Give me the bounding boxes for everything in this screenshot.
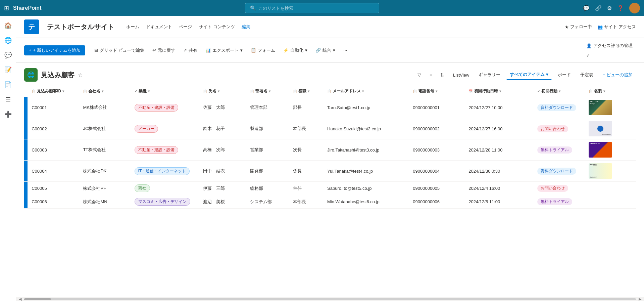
network-icon[interactable]: 🔗 [595,5,602,11]
integrate-button[interactable]: 🔗 統合 ▾ [312,45,339,55]
cell-action: お問い合わせ [533,182,585,195]
cell-date: 2024/12/30 0:30 [464,161,533,182]
list-icon: 🌐 [24,68,38,82]
site-nav-contents[interactable]: サイト コンテンツ [199,23,235,31]
top-nav-left: ⊞ SharePoint [4,4,41,12]
site-nav-edit[interactable]: 編集 [242,23,250,31]
cell-date: 2024/12/5 11:00 [464,195,533,209]
expand-icon: ⤢ [586,53,590,58]
col-header-dept[interactable]: 📋 部署名 ▾ [246,86,289,97]
sidebar-doc-icon[interactable]: 📄 [1,78,15,91]
row-indicator [24,139,28,161]
list-favorite-icon[interactable]: ☆ [78,72,83,78]
schedule-button[interactable]: 予定表 [577,70,597,80]
cell-action: 資料ダウンロード [533,97,585,118]
chat-icon[interactable]: 💬 [583,5,590,11]
cell-industry: マスコミ・広告・デザイン [131,195,199,209]
cell-phone: 09000000006 [409,195,464,209]
search-icon: 🔍 [250,5,256,11]
group-icon[interactable]: ≡ [426,70,436,80]
sidebar-add-icon[interactable]: ➕ [1,108,15,121]
col-header-company[interactable]: 📋 会社名 ▾ [79,86,130,97]
filter-bar: ▽ ≡ ⇅ [415,70,447,80]
sidebar-chat-icon[interactable]: 💬 [1,48,15,62]
site-nav-home[interactable]: ホーム [126,23,139,31]
manage-access-button[interactable]: 👤 アクセス許可の管理 [583,41,636,51]
col-header-card[interactable]: 📋 名刺 ▾ [585,86,636,97]
sidebar-globe-icon[interactable]: 🌐 [1,34,15,47]
table-row[interactable]: C00003 TT株式会社 不動産・建設・設備 髙橋 次郎 営業部 次長 Jir… [24,139,636,161]
board-button[interactable]: ボード [554,70,574,80]
search-box[interactable]: 🔍 [245,3,379,13]
top-nav-right: 💬 🔗 ⚙ ❓ [583,3,640,13]
sort-icon[interactable]: ⇅ [438,70,447,80]
form-button[interactable]: 📋 フォーム [247,45,279,55]
cell-name: 髙橋 次郎 [199,139,246,161]
automate-button[interactable]: ⚡ 自動化 ▾ [280,45,311,55]
expand-button[interactable]: ⤢ [583,51,593,60]
col-header-id[interactable]: 📋 見込み顧客ID ▾ [28,86,79,97]
col-header-action[interactable]: ✓ 初回行動 ▾ [533,86,585,97]
col-header-phone[interactable]: 📋 電話番号 ▾ [409,86,464,97]
col-header-role[interactable]: 📋 役職 ▾ [289,86,323,97]
add-item-button[interactable]: + + 新しいアイテムを追加 [24,45,85,55]
col-header-email[interactable]: 📋 メールアドレス ▾ [323,86,409,97]
cell-name: 佐藤 太郎 [199,97,246,118]
user-avatar[interactable] [629,3,640,13]
listview-button[interactable]: ListView [450,71,473,79]
col-header-industry[interactable]: ✓ 業種 ▾ [131,86,199,97]
sidebar-notes-icon[interactable]: 📝 [1,63,15,77]
row-indicator [24,182,28,195]
cell-role: 部長 [289,97,323,118]
bottom-scrollbar[interactable]: ◀ ▶ [16,297,644,301]
settings-icon[interactable]: ⚙ [607,5,612,11]
cell-action: 無料トライアル [533,139,585,161]
scrollbar-track[interactable] [24,298,636,300]
export-icon: 📊 [205,48,211,53]
sidebar-home-icon[interactable]: 🏠 [1,19,15,32]
cell-id: C00005 [28,182,79,195]
share-button[interactable]: ↗ 共有 [180,45,201,55]
search-input[interactable] [258,6,374,11]
site-nav-docs[interactable]: ドキュメント [146,23,172,31]
sidebar-list-icon[interactable]: ☰ [1,93,15,106]
table-row[interactable]: C00004 株式会社DK IT・通信・インターネット 田中 結衣 開発部 係長… [24,161,636,182]
toolbar-separator-1 [88,47,88,54]
table-row[interactable]: C00005 株式会社PF 商社 伊藤 三郎 総務部 主任 Saburo.Ito… [24,182,636,195]
site-header-right: ★ フォロー中 👥 サイト アクセス [565,24,636,30]
site-nav-pages[interactable]: ページ [179,23,192,31]
grid-edit-button[interactable]: ⊞ グリッド ビューで編集 [91,45,148,55]
table-row[interactable]: C00006 株式会社MN マスコミ・広告・デザイン 渡辺 美桜 システム部 本… [24,195,636,209]
main-content: テ テストポータルサイト ホーム ドキュメント ページ サイト コンテンツ 編集… [16,16,644,301]
export-button[interactable]: 📊 エクスポート ▾ [202,45,246,55]
gallery-button[interactable]: ギャラリー [475,70,504,80]
site-access-button[interactable]: 👥 サイト アクセス [597,24,636,30]
scrollbar-thumb[interactable] [24,298,51,300]
row-indicator [24,97,28,118]
more-button[interactable]: ··· [340,46,350,55]
cell-card: SATO TAROManager [585,97,636,118]
follow-button[interactable]: ★ フォロー中 [565,24,592,30]
undo-button[interactable]: ↩ 元に戻す [149,45,179,55]
waffle-icon[interactable]: ⊞ [4,4,9,12]
table-row[interactable]: C00001 MK株式会社 不動産・建設・設備 佐藤 太郎 管理本部 部長 Ta… [24,97,636,118]
cell-id: C00003 [28,139,79,161]
all-items-button[interactable]: すべてのアイテム ▾ [506,70,552,80]
cell-industry: 商社 [131,182,199,195]
cell-phone: 09000000002 [409,118,464,139]
share-icon: ↗ [183,48,187,53]
list-area: 🌐 見込み顧客 ☆ ▽ ≡ ⇅ ListView ギャラリー すべてのアイテム … [16,63,644,297]
scroll-right-arrow[interactable]: ▶ [639,297,641,301]
scroll-left-arrow[interactable]: ◀ [19,297,21,301]
col-header-date[interactable]: 📅 初回行動日時 ▾ [464,86,533,97]
export-chevron: ▾ [240,48,243,53]
table-row[interactable]: C00002 JC株式会社 メーカー 鈴木 花子 製造部 本部長 Hanako.… [24,118,636,139]
filter-icon[interactable]: ▽ [415,70,424,80]
add-view-button[interactable]: + ビューの追加 [599,70,636,80]
automate-chevron: ▾ [305,48,307,53]
col-header-name[interactable]: 📋 氏名 ▾ [199,86,246,97]
cell-date: 2024/12/27 16:00 [464,118,533,139]
table-body: C00001 MK株式会社 不動産・建設・設備 佐藤 太郎 管理本部 部長 Ta… [24,97,636,209]
help-icon[interactable]: ❓ [617,5,624,11]
cell-email: Hanako.Suzuki@test2.co.jp [323,118,409,139]
